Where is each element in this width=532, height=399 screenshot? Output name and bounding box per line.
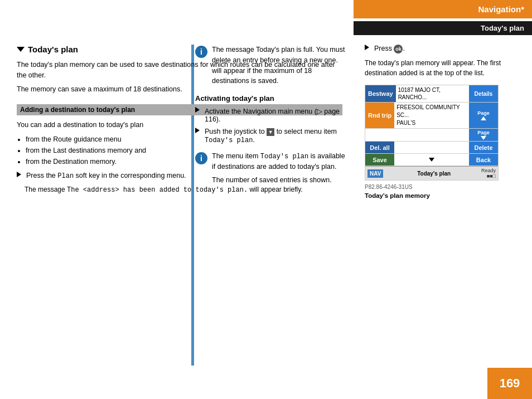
info-text-2: The menu item Today's plan is available … <box>212 151 348 186</box>
delete-btn[interactable]: Delete <box>469 142 498 153</box>
info-icon-2: i <box>195 152 207 164</box>
save-btn[interactable]: Save <box>365 154 394 166</box>
bestway-btn[interactable]: Bestway <box>365 85 396 102</box>
today-plan-description: The today's plan memory will appear. The… <box>365 58 526 78</box>
empty-cell <box>365 129 394 141</box>
down-arrow-icon <box>429 158 434 162</box>
press-ok-row: Press ok. <box>365 45 526 53</box>
plan-code: Plan <box>57 172 74 180</box>
image-caption: Today's plan memory <box>365 192 526 199</box>
middle-column: i The message Today's plan is full. You … <box>195 45 348 366</box>
step-1: Activate the Navigation main menu (▷ pag… <box>195 107 348 123</box>
footer-plan-label: Today's plan <box>386 171 481 177</box>
joystick-icon: ▼ <box>267 128 274 136</box>
step2-text: Push the joystick to ▼ to select menu it… <box>205 128 348 144</box>
del-center <box>394 142 469 153</box>
right-column: Press ok. The today's plan memory will a… <box>365 45 526 366</box>
nav-row-5: Save Back <box>365 154 498 166</box>
arrow-down-icon <box>481 136 486 140</box>
nav-footer: NAV Today's plan Ready■■□ <box>365 166 498 180</box>
info-box-2: i The menu item Today's plan is availabl… <box>195 151 348 186</box>
todays-plan-subheader: Today's plan <box>354 21 532 35</box>
info-box-1: i The message Today's plan is full. You … <box>195 45 348 86</box>
step1-arrow <box>195 107 200 113</box>
arrow-up-icon <box>481 116 486 120</box>
page-up-btn[interactable]: Page <box>469 103 498 128</box>
step2-arrow <box>195 128 200 133</box>
press-ok-arrow <box>365 45 369 50</box>
info-text-1: The message Today's plan is full. You mu… <box>212 45 348 86</box>
empty-center <box>394 129 469 141</box>
menu-item-code: Today's plan <box>205 137 253 144</box>
back-btn[interactable]: Back <box>469 154 498 166</box>
page-down-btn[interactable]: Page <box>469 129 498 141</box>
info-icon-1: i <box>195 46 207 58</box>
step-2: Push the joystick to ▼ to select menu it… <box>195 128 348 144</box>
step1-text: Activate the Navigation main menu (▷ pag… <box>205 107 348 123</box>
nav-row-4: Del. all Delete <box>365 142 498 154</box>
page-number: 169 <box>487 368 532 399</box>
nav-row-2: Rnd trip FREESOIL COMMUNITY SC... PAUL'S… <box>365 103 498 129</box>
activating-heading: Activating today's plan <box>195 94 348 103</box>
press-text: Press the Plan soft key in the correspon… <box>26 172 186 180</box>
arrow-icon <box>17 172 21 177</box>
destinations-text: FREESOIL COMMUNITY SC... PAUL'S <box>394 103 469 128</box>
image-ref: P82.86-4246-31US <box>365 184 526 190</box>
nav-row-3: Page <box>365 129 498 142</box>
save-center <box>394 154 469 166</box>
triangle-icon <box>17 47 25 52</box>
del-all-btn[interactable]: Del. all <box>365 142 394 153</box>
details-btn[interactable]: Details <box>469 85 498 102</box>
rnd-trip-btn[interactable]: Rnd trip <box>365 103 394 128</box>
footer-status: Ready■■□ <box>481 168 496 179</box>
nav-screen: Bestway 10187 MAJO CT, RANCHO... Details… <box>365 85 499 181</box>
nav-row-1: Bestway 10187 MAJO CT, RANCHO... Details <box>365 85 498 103</box>
nav-label: NAV <box>367 169 383 178</box>
address-text: 10187 MAJO CT, RANCHO... <box>396 85 469 102</box>
navigation-header: Navigation* <box>354 0 532 18</box>
press-ok-text: Press ok. <box>374 45 405 53</box>
ok-icon: ok <box>394 45 403 53</box>
